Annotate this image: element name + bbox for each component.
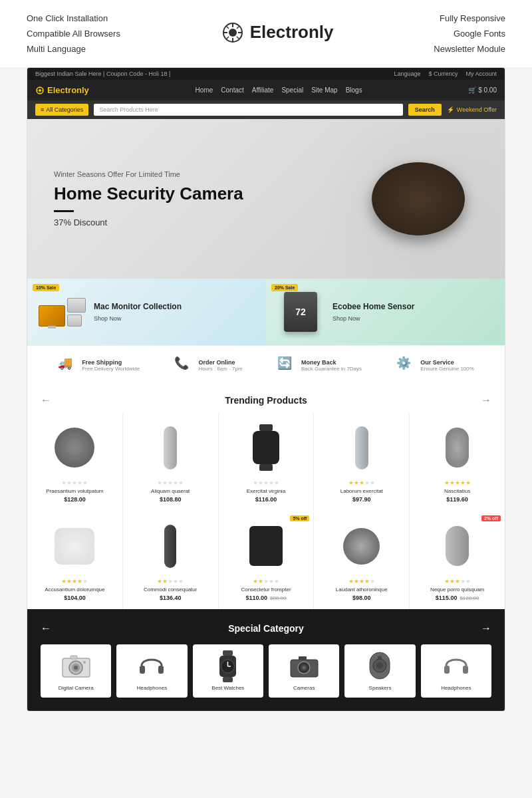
nav-special[interactable]: Special [281, 86, 303, 94]
currency-selector[interactable]: $ Currency [428, 70, 458, 77]
product-name-5: Nascitatius [444, 488, 470, 494]
bag-speaker-8 [249, 526, 283, 566]
product-card-5[interactable]: ★★★★★ Nascitatius $119.60 [410, 413, 505, 511]
product-card-2[interactable]: ★★★★★ Aliquam quaerat $108.80 [123, 413, 218, 511]
store-logo[interactable]: Electronly [35, 85, 89, 95]
product-price-6: $104.00 [64, 595, 86, 601]
store-logo-text: Electronly [47, 85, 89, 95]
promo-text-1: Mac Monitor Collection Shop Now [94, 302, 182, 322]
promo-link-2[interactable]: Shop Now [332, 315, 414, 322]
monitor-illustration [39, 298, 86, 327]
category-speakers[interactable]: Speakers [344, 644, 415, 698]
svg-rect-20 [70, 656, 77, 659]
svg-rect-34 [299, 656, 307, 660]
product-card-10[interactable]: 2% off ★★★★★ Neque porro quisquam $115.0… [410, 511, 505, 609]
nav-affiliate[interactable]: Affiliate [252, 86, 274, 94]
feature-money-back: 🔄 Money Back Back Guarantee in 7Days [277, 356, 362, 374]
digital-camera-icon-area [59, 651, 92, 681]
sale-badge-8: 5% off [290, 515, 309, 521]
category-grid: Digital Camera Headphones [41, 644, 491, 698]
promo-cards: 10% Sale Mac Monitor Collection Shop Now [27, 279, 505, 345]
hero-content: Winter Seasons Offer For Limited Time Ho… [54, 170, 243, 227]
promo-card-1[interactable]: 10% Sale Mac Monitor Collection Shop Now [27, 279, 266, 345]
promo-link-1[interactable]: Shop Now [94, 315, 182, 322]
promo-title-1: Mac Monitor Collection [94, 302, 182, 313]
store-logo-icon [35, 86, 45, 95]
trending-prev[interactable]: ← [41, 394, 51, 406]
special-next[interactable]: → [481, 622, 491, 634]
promo-card-2[interactable]: 20% Sale 72 Ecobee Home Sensor Shop Now [266, 279, 505, 345]
speaker-icon-area [363, 651, 396, 681]
svg-point-1 [229, 29, 237, 37]
product-card-3[interactable]: ★★★★★ Exercitat virginia $116.00 [219, 413, 314, 511]
product-name-1: Praesantium volutpatum [46, 488, 103, 494]
headphones-icon-area [135, 651, 168, 681]
feature-sub-1: Free Delivery Worldwide [82, 366, 140, 372]
logo-text: Electronly [250, 22, 334, 43]
svg-point-38 [378, 656, 382, 660]
product-pricing-10: $115.00 $128.00 [436, 595, 479, 601]
feature-item-3: Multi Language [27, 44, 120, 54]
product-stars-9: ★★★★★ [348, 578, 375, 585]
monitor-large [39, 305, 65, 327]
product-price-9: $98.00 [352, 595, 371, 601]
category-digital-camera[interactable]: Digital Camera [41, 644, 111, 698]
thermos-product-2 [164, 426, 177, 469]
nav-contact[interactable]: Contact [221, 86, 243, 94]
svg-rect-23 [158, 666, 164, 674]
product-name-3: Exercitat virginia [247, 488, 286, 494]
product-pricing-8: $110.00 $88.00 [245, 595, 286, 601]
category-headphones[interactable]: Headphones [116, 644, 187, 698]
trending-next[interactable]: → [481, 394, 491, 406]
search-button[interactable]: Search [408, 104, 442, 116]
product-price-5: $119.60 [446, 496, 468, 503]
svg-line-7 [237, 37, 239, 39]
headphones-icon [138, 651, 165, 681]
product-card-8[interactable]: 5% off ★★★★★ Consectetur frompter $110.0… [219, 511, 314, 609]
feature-text-3: Money Back Back Guarantee in 7Days [301, 359, 362, 372]
product-image-9 [335, 519, 388, 573]
language-selector[interactable]: Language [394, 70, 420, 77]
watch-icon-area [211, 651, 245, 681]
product-stars-8: ★★★★★ [253, 578, 279, 585]
nav-sitemap[interactable]: Site Map [311, 86, 337, 94]
store-topbar: Biggest Indian Sale Here | Coupon Code -… [27, 68, 505, 80]
trending-title: Trending Products [225, 395, 307, 406]
speakers-icon [366, 651, 393, 681]
product-card-6[interactable]: ★★★★★ Accusantium dolorumque $104.00 [27, 511, 122, 609]
nav-blogs[interactable]: Blogs [346, 86, 362, 94]
account-menu[interactable]: My Account [466, 70, 497, 77]
camera-icon-area [287, 651, 321, 681]
special-header: ← Special Category → [41, 622, 491, 634]
product-price-7: $136.40 [160, 595, 182, 601]
special-section: ← Special Category → Digital Camera [27, 609, 505, 711]
product-card-4[interactable]: ★★★★★ Laborum exercitat $97.90 [314, 413, 409, 511]
category-watches[interactable]: Best Watches [193, 644, 263, 698]
product-stars-6: ★★★★★ [61, 578, 88, 585]
hero-subtitle: Winter Seasons Offer For Limited Time [54, 170, 243, 178]
category-cameras[interactable]: Cameras [269, 644, 339, 698]
special-prev[interactable]: ← [41, 622, 51, 634]
feature-sub-2: Hours : 8am - 7pm [198, 366, 242, 372]
features-row: 🚚 Free Shipping Free Delivery Worldwide … [27, 345, 505, 384]
store-nav: Electronly Home Contact Affiliate Specia… [27, 80, 505, 100]
camera-shape [372, 162, 465, 235]
cart-button[interactable]: 🛒 $ 0.00 [468, 86, 497, 94]
product-price-3: $116.00 [255, 496, 277, 503]
product-image-2 [144, 421, 197, 474]
categories-dropdown[interactable]: ≡ All Categories [35, 104, 88, 116]
svg-point-21 [83, 661, 86, 664]
nav-home[interactable]: Home [196, 86, 213, 94]
product-image-10 [431, 519, 484, 573]
product-card-9[interactable]: ★★★★★ Laudant athoroninque $98.00 [314, 511, 409, 609]
product-name-2: Aliquam quaerat [151, 488, 190, 494]
product-card-7[interactable]: ★★★★★ Commodi consequatur $136.40 [123, 511, 218, 609]
product-image-7 [144, 519, 197, 573]
product-price-2: $108.80 [160, 496, 182, 503]
topbar-right: Language $ Currency My Account [394, 70, 497, 77]
svg-point-19 [74, 666, 78, 670]
products-grid-row2: ★★★★★ Accusantium dolorumque $104.00 ★★★… [27, 511, 505, 609]
product-image-8 [239, 519, 293, 573]
product-card-1[interactable]: ★★★★★ Praesantium volutpatum $128.00 [27, 413, 122, 511]
category-headphones-2[interactable]: Headphones [421, 644, 491, 698]
